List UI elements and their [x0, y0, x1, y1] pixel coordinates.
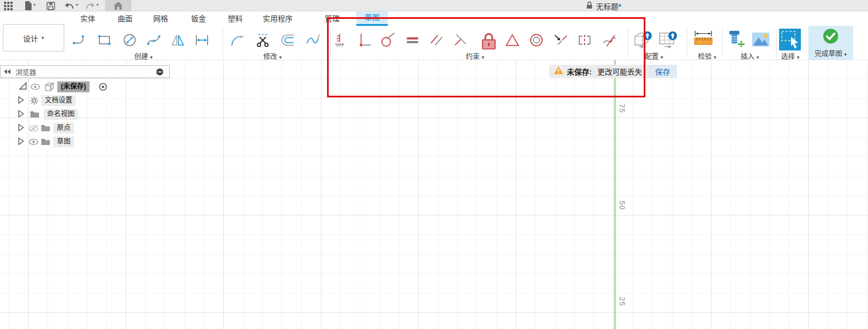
visibility-eye-off-icon[interactable] [29, 125, 38, 132]
tangent-icon[interactable] [379, 31, 397, 49]
axis-tick-label: 50 [618, 201, 626, 210]
home-view-button[interactable] [105, 0, 131, 11]
tab-manage[interactable]: 管理 [325, 11, 340, 26]
tab-utilities[interactable]: 实用程序 [263, 11, 293, 26]
chevron-down-icon: ▾ [41, 35, 44, 41]
unsaved-label: 未保存: [567, 66, 591, 77]
root-document-label[interactable]: (未保存) [57, 81, 89, 92]
midpoint-icon[interactable] [503, 31, 521, 49]
insert-group-dropdown[interactable]: 插入 ▾ [724, 51, 776, 60]
measure-ruler-icon[interactable] [692, 28, 715, 51]
dimension-icon[interactable] [193, 31, 211, 49]
tree-item-document-settings[interactable]: 文档设置 [0, 94, 172, 108]
chevron-down-icon: ▾ [150, 54, 153, 60]
symmetry-icon[interactable] [575, 31, 594, 49]
tab-sheetmetal[interactable]: 钣金 [191, 11, 206, 26]
collapsed-triangle-icon[interactable] [17, 96, 25, 104]
select-group-dropdown[interactable]: 选择 ▾ [769, 51, 812, 60]
collapse-panel-icon[interactable] [4, 69, 11, 75]
browser-panel-header: 浏览器 [0, 65, 170, 78]
finish-sketch-button[interactable]: 完成草图 ▾ [808, 26, 853, 60]
collapsed-triangle-icon[interactable] [17, 137, 25, 146]
tree-root-row[interactable]: (未保存) [0, 80, 172, 94]
document-title-text: 无标题 [596, 2, 618, 11]
unsaved-warning-bar: 未保存: 更改可能丢失 [549, 65, 652, 78]
new-file-dropdown-icon[interactable]: ▾ [33, 2, 36, 7]
extend-icon[interactable] [304, 31, 322, 49]
constraints-group-dropdown[interactable]: 约束 ▾ [446, 51, 504, 60]
quick-access-toolbar: ▾ ▾ ▾ 无标题* [0, 0, 868, 11]
tree-item-named-views[interactable]: 命名视图 [0, 108, 172, 122]
tab-sketch-active[interactable]: 草图 [356, 11, 388, 26]
browser-tree: (未保存) 文档设置 命名视图 [0, 80, 172, 149]
redo-icon[interactable] [84, 1, 96, 11]
workspace-selector-button[interactable]: 设计 ▾ [3, 24, 64, 52]
lock-icon [586, 1, 593, 11]
undo-dropdown-icon[interactable]: ▾ [76, 2, 78, 7]
undo-icon[interactable] [63, 1, 76, 11]
ribbon-toolbar: 设计 ▾ 创建 ▾ [0, 26, 868, 60]
coincident-icon[interactable] [356, 31, 374, 49]
collinear-icon[interactable] [551, 31, 570, 49]
horizontal-vertical-icon[interactable] [332, 31, 350, 49]
equal-icon[interactable] [403, 31, 422, 49]
visibility-eye-icon[interactable] [30, 84, 40, 90]
tree-item-origin[interactable]: 原点 [0, 122, 172, 135]
redo-dropdown-icon[interactable]: ▾ [96, 2, 99, 7]
save-icon[interactable] [44, 1, 57, 11]
fusion-app-window: ▾ ▾ ▾ 无标题* 实体 曲面 网格 钣金 塑料 实用程序 管理 草图 [0, 0, 868, 329]
chevron-down-icon: ▾ [797, 54, 800, 60]
expanded-triangle-icon[interactable] [19, 82, 27, 90]
tab-plastic[interactable]: 塑料 [228, 11, 243, 26]
app-grid-icon[interactable] [2, 1, 14, 11]
tab-surface[interactable]: 曲面 [118, 11, 133, 26]
tree-item-label[interactable]: 原点 [53, 123, 74, 134]
parallel-icon[interactable] [427, 31, 446, 49]
visibility-eye-icon[interactable] [29, 139, 38, 145]
chevron-down-icon: ▾ [756, 54, 759, 60]
insert-image-icon[interactable] [749, 28, 772, 51]
create-group-dropdown[interactable]: 创建 ▾ [115, 51, 172, 60]
tree-item-label[interactable]: 命名视图 [44, 109, 78, 120]
mirror-icon[interactable] [169, 31, 187, 49]
save-button[interactable]: 保存 [648, 65, 677, 78]
group-divider [330, 29, 331, 57]
tree-item-label[interactable]: 草图 [53, 136, 74, 147]
tree-item-label[interactable]: 文档设置 [41, 95, 76, 106]
offset-icon[interactable] [279, 31, 297, 49]
curvature-icon[interactable] [601, 31, 619, 49]
collapsed-triangle-icon[interactable] [17, 109, 25, 118]
fillet-icon[interactable] [228, 31, 247, 49]
configure-group-dropdown[interactable]: 配置 ▾ [628, 51, 680, 60]
configure-part-icon[interactable] [631, 28, 654, 51]
workspace-tabbar: 实体 曲面 网格 钣金 塑料 实用程序 管理 草图 [0, 11, 868, 26]
axis-tick-label: 25 [618, 297, 626, 306]
tree-item-sketches[interactable]: 草图 [0, 135, 172, 149]
chevron-down-icon: ▾ [660, 54, 663, 60]
component-cube-icon[interactable] [44, 82, 55, 92]
tab-solid[interactable]: 实体 [80, 11, 95, 26]
chevron-down-icon: ▾ [481, 54, 484, 60]
spline-icon[interactable] [145, 31, 163, 49]
configure-table-icon[interactable] [656, 28, 679, 51]
minimize-panel-icon[interactable] [156, 68, 164, 76]
axis-tick-label: 75 [618, 104, 626, 113]
modify-group-dropdown[interactable]: 修改 ▾ [244, 51, 301, 60]
insert-fastener-icon[interactable] [724, 28, 747, 51]
folder-icon [30, 111, 40, 118]
concentric-icon[interactable] [527, 31, 546, 49]
browser-panel-title: 浏览器 [15, 67, 156, 77]
perpendicular-icon[interactable] [451, 31, 470, 49]
new-file-icon[interactable] [22, 1, 34, 11]
trim-icon[interactable] [254, 31, 272, 49]
select-box-icon[interactable] [779, 28, 801, 51]
circle-icon[interactable] [120, 31, 139, 49]
finish-sketch-label: 完成草图 ▾ [815, 48, 847, 58]
fix-lock-icon[interactable] [477, 30, 500, 53]
activate-radio-icon[interactable] [99, 83, 107, 91]
chevron-down-icon: ▾ [714, 54, 717, 60]
tab-mesh[interactable]: 网格 [153, 11, 168, 26]
rectangle-icon[interactable] [95, 31, 114, 49]
line-icon[interactable] [70, 31, 88, 49]
collapsed-triangle-icon[interactable] [17, 123, 25, 132]
